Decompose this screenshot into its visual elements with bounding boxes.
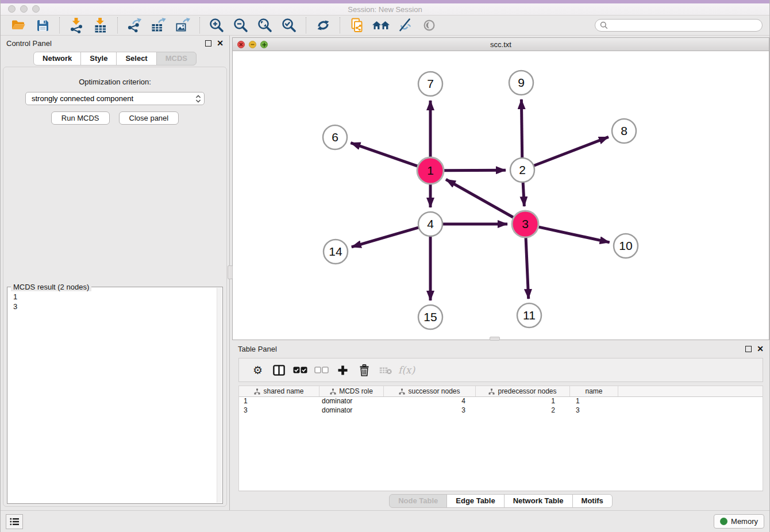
columns-icon — [273, 365, 285, 376]
table-cell[interactable]: dominator — [319, 406, 384, 415]
import-network-button[interactable] — [66, 17, 87, 34]
table-cell[interactable]: 3 — [239, 406, 319, 415]
zoom-out-icon — [233, 18, 249, 33]
duplicate-network-icon — [349, 18, 365, 33]
toolbar-separator — [59, 17, 60, 33]
table-body: 1dominator4113dominator323 — [239, 397, 763, 415]
frame-close-button[interactable] — [237, 41, 245, 48]
import-table-button[interactable] — [90, 17, 111, 34]
export-image-button[interactable] — [172, 17, 194, 34]
toolbar-separator — [117, 17, 118, 33]
float-panel-icon[interactable] — [205, 40, 211, 47]
select-all-columns-button[interactable] — [290, 360, 311, 380]
network-window-title: scc.txt — [490, 40, 511, 49]
table-settings-button[interactable]: ⚙ — [247, 360, 268, 380]
column-header-label: successor nodes — [408, 387, 460, 395]
zoom-selected-button[interactable] — [278, 17, 300, 34]
graph-edge-2-8[interactable] — [534, 137, 609, 165]
export-network-button[interactable] — [124, 17, 145, 34]
table-cell[interactable]: 2 — [476, 406, 570, 415]
function-builder-button: f(x) — [396, 360, 417, 380]
window-titlebar: Session: New Session — [1, 0, 769, 16]
tab-select[interactable]: Select — [116, 52, 156, 65]
hide-selected-button[interactable] — [394, 17, 416, 34]
toolbar-separator — [306, 17, 306, 33]
control-panel-title: Control Panel — [6, 39, 52, 48]
network-canvas[interactable]: 7968124314101511 — [233, 51, 769, 340]
tab-edge-table[interactable]: Edge Table — [446, 494, 504, 508]
plus-icon — [337, 365, 348, 376]
tab-style[interactable]: Style — [80, 52, 117, 65]
search-input[interactable] — [611, 21, 757, 29]
zoom-fit-button[interactable] — [254, 17, 276, 34]
close-panel-button[interactable]: Close panel — [119, 111, 179, 125]
table-cell[interactable]: 1 — [476, 397, 570, 406]
minimize-window-button[interactable] — [20, 5, 28, 13]
add-column-button[interactable] — [332, 360, 353, 380]
tab-motifs[interactable]: Motifs — [572, 494, 613, 508]
column-header-predecessor-nodes[interactable]: predecessor nodes — [476, 386, 570, 396]
table-cell[interactable]: 1 — [239, 397, 319, 406]
checked-boxes-icon — [293, 367, 307, 373]
tab-network-table[interactable]: Network Table — [504, 494, 573, 508]
mcds-result-box: MCDS result (2 nodes) 1 3 — [7, 287, 223, 504]
search-field[interactable] — [595, 19, 763, 32]
column-header-MCDS-role[interactable]: MCDS role — [319, 386, 384, 396]
apply-layout-button[interactable] — [312, 17, 334, 34]
close-panel-icon[interactable]: ✕ — [757, 345, 764, 353]
frame-maximize-button[interactable] — [260, 41, 268, 48]
tab-network[interactable]: Network — [33, 52, 81, 65]
graph-node-label-4: 4 — [427, 217, 434, 230]
graph-edge-3-10[interactable] — [538, 227, 609, 242]
node-table[interactable]: shared nameMCDS rolesuccessor nodesprede… — [238, 385, 763, 491]
zoom-window-button[interactable] — [32, 5, 40, 13]
tab-mcds[interactable]: MCDS — [156, 52, 197, 65]
zoom-out-button[interactable] — [230, 17, 252, 34]
column-header-name[interactable]: name — [570, 386, 618, 396]
tree-icon — [254, 388, 260, 395]
graph-edge-2-3[interactable] — [523, 182, 524, 206]
table-cell[interactable]: 3 — [570, 406, 618, 415]
table-cell[interactable]: 1 — [570, 397, 618, 406]
run-mcds-button[interactable]: Run MCDS — [51, 111, 110, 125]
open-session-button[interactable] — [7, 17, 29, 34]
graph-edge-4-14[interactable] — [352, 228, 419, 247]
panel-splitter-handle[interactable] — [228, 265, 233, 279]
memory-button[interactable]: Memory — [714, 514, 764, 529]
graph-edge-2-9[interactable] — [521, 99, 522, 158]
optimization-criterion-select[interactable]: strongly connected component — [25, 92, 205, 105]
task-history-button[interactable] — [6, 514, 23, 529]
result-scrollbar[interactable] — [217, 288, 222, 503]
first-neighbors-button[interactable] — [370, 17, 392, 34]
delete-table-button — [375, 360, 396, 380]
save-session-button[interactable] — [32, 17, 53, 34]
zoom-in-icon — [209, 18, 225, 33]
duplicate-network-button[interactable] — [346, 17, 368, 34]
frame-resize-grip[interactable] — [490, 337, 500, 341]
table-cell[interactable]: 4 — [384, 397, 476, 406]
table-cell[interactable]: 3 — [384, 406, 476, 415]
network-window-titlebar[interactable]: scc.txt — [233, 38, 769, 51]
tab-node-table[interactable]: Node Table — [389, 494, 447, 508]
window-traffic-lights[interactable] — [8, 5, 40, 13]
export-table-button[interactable] — [148, 17, 170, 34]
unselect-all-columns-button[interactable] — [311, 360, 332, 380]
mcds-result-text[interactable]: 1 3 — [7, 287, 222, 503]
column-header-successor-nodes[interactable]: successor nodes — [384, 386, 476, 396]
graph-node-label-15: 15 — [424, 310, 437, 323]
graph-edge-3-1[interactable] — [446, 179, 514, 217]
table-row[interactable]: 3dominator323 — [239, 406, 763, 415]
close-panel-icon[interactable]: ✕ — [217, 39, 224, 47]
column-header-shared-name[interactable]: shared name — [239, 386, 319, 396]
frame-minimize-button[interactable] — [249, 41, 256, 48]
close-window-button[interactable] — [8, 5, 16, 13]
graph-edge-1-6[interactable] — [351, 143, 418, 167]
table-cell[interactable]: dominator — [319, 397, 384, 406]
show-columns-button[interactable] — [268, 360, 290, 380]
delete-column-button[interactable] — [353, 360, 375, 380]
zoom-in-button[interactable] — [206, 17, 228, 34]
graph-edge-1-2[interactable] — [444, 170, 506, 171]
table-row[interactable]: 1dominator411 — [239, 397, 763, 406]
float-panel-icon[interactable] — [745, 346, 752, 352]
graph-edge-3-11[interactable] — [526, 237, 529, 299]
